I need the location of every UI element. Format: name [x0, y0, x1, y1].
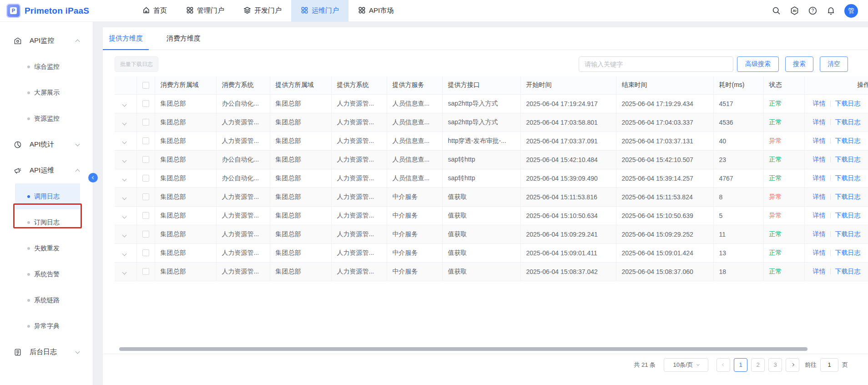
- sidebar-section-label: 后台日志: [30, 348, 57, 356]
- download-log-link[interactable]: 下载日志: [835, 249, 861, 256]
- row-expand-chevron-icon[interactable]: [122, 270, 127, 274]
- row-checkbox[interactable]: [142, 249, 149, 256]
- sidebar-item-失败重发[interactable]: 失败重发: [0, 235, 93, 261]
- row-expand-chevron-icon[interactable]: [122, 195, 127, 200]
- page-button-2[interactable]: 2: [751, 358, 765, 372]
- sidebar-item-label: 系统告警: [34, 270, 60, 279]
- download-log-link[interactable]: 下载日志: [835, 137, 861, 144]
- row-actions-cell: 详情下载日志: [804, 94, 868, 113]
- detail-link[interactable]: 详情: [813, 174, 826, 182]
- action-divider: [830, 138, 831, 144]
- detail-link[interactable]: 详情: [813, 100, 826, 107]
- detail-link[interactable]: 详情: [813, 268, 826, 275]
- row-checkbox[interactable]: [142, 193, 149, 200]
- row-expand-chevron-icon[interactable]: [122, 177, 127, 181]
- download-log-link[interactable]: 下载日志: [835, 174, 861, 182]
- download-log-link[interactable]: 下载日志: [835, 100, 861, 107]
- row-expand-chevron-icon[interactable]: [122, 102, 127, 106]
- row-checkbox[interactable]: [142, 175, 149, 182]
- row-expand-chevron-icon[interactable]: [122, 233, 127, 237]
- advanced-search-button[interactable]: 高级搜索: [737, 56, 779, 72]
- topnav-item-1[interactable]: 管理门户: [177, 0, 234, 22]
- download-log-link[interactable]: 下载日志: [835, 118, 861, 126]
- download-log-link[interactable]: 下载日志: [835, 212, 861, 219]
- pie-chart-icon: [14, 141, 22, 149]
- sidebar-collapse-button[interactable]: [88, 173, 98, 182]
- table-row: 集团总部办公自动化...集团总部人力资源管...人员信息查...sap2http…: [115, 94, 868, 113]
- sidebar: API监控综合监控大屏展示资源监控API统计API运维调用日志订阅日志失败重发系…: [0, 22, 93, 385]
- cell-provider_api: sap2http导入方式: [442, 94, 520, 113]
- download-log-link[interactable]: 下载日志: [835, 230, 861, 238]
- topnav-label: 管理门户: [197, 6, 224, 15]
- detail-link[interactable]: 详情: [813, 156, 826, 163]
- download-log-link[interactable]: 下载日志: [835, 193, 861, 200]
- tab-0[interactable]: 提供方维度: [103, 27, 149, 50]
- sidebar-section-2[interactable]: API运维: [0, 157, 93, 183]
- sidebar-item-label: 调用日志: [34, 192, 60, 201]
- row-expand-chevron-icon[interactable]: [122, 214, 127, 218]
- page-button-1[interactable]: 1: [734, 358, 747, 372]
- clear-button[interactable]: 清空: [820, 56, 848, 72]
- detail-link[interactable]: 详情: [813, 193, 826, 200]
- column-header-8: 耗时(ms): [713, 76, 763, 94]
- help-icon[interactable]: ?: [808, 6, 818, 15]
- sidebar-item-异常字典[interactable]: 异常字典: [0, 313, 93, 339]
- search-icon[interactable]: [772, 6, 781, 15]
- row-checkbox[interactable]: [142, 100, 149, 107]
- row-checkbox[interactable]: [142, 231, 149, 238]
- detail-link[interactable]: 详情: [813, 137, 826, 144]
- cell-end_time: 2025-06-04 15:11:53.824: [616, 187, 713, 206]
- sidebar-item-综合监控[interactable]: 综合监控: [0, 54, 93, 80]
- topnav-item-3[interactable]: 运维门户: [291, 0, 348, 22]
- search-button[interactable]: 搜索: [785, 56, 813, 72]
- goto-page-input[interactable]: [820, 358, 838, 372]
- row-expand-chevron-icon[interactable]: [122, 251, 127, 256]
- row-checkbox[interactable]: [142, 268, 149, 275]
- table-row: 集团总部办公自动化...集团总部人力资源管...人员信息查...sap转http…: [115, 169, 868, 187]
- detail-link[interactable]: 详情: [813, 249, 826, 256]
- sidebar-item-大屏展示[interactable]: 大屏展示: [0, 80, 93, 106]
- row-expand-chevron-icon[interactable]: [122, 121, 127, 125]
- sidebar-item-系统链路[interactable]: 系统链路: [0, 287, 93, 313]
- cell-end_time: 2025-06-04 15:09:01.424: [616, 243, 713, 262]
- sidebar-section-3[interactable]: 后台日志: [0, 339, 93, 365]
- cell-consumer_domain: 集团总部: [155, 187, 216, 206]
- row-checkbox[interactable]: [142, 212, 149, 219]
- user-avatar[interactable]: 管: [844, 4, 858, 18]
- table-row: 集团总部人力资源管...集团总部人力资源管...人员信息查...http穿透-发…: [115, 132, 868, 150]
- sidebar-item-资源监控[interactable]: 资源监控: [0, 106, 93, 132]
- sidebar-section-1[interactable]: API统计: [0, 132, 93, 157]
- sidebar-item-系统告警[interactable]: 系统告警: [0, 261, 93, 287]
- tab-1[interactable]: 消费方维度: [161, 27, 207, 50]
- row-expand-chevron-icon[interactable]: [122, 139, 127, 144]
- row-expand-cell: [115, 150, 136, 169]
- sidebar-item-订阅日志[interactable]: 订阅日志: [0, 209, 93, 235]
- sidebar-item-调用日志[interactable]: 调用日志: [15, 183, 80, 209]
- row-expand-chevron-icon[interactable]: [122, 158, 127, 162]
- select-all-checkbox[interactable]: [142, 82, 149, 89]
- batch-download-button[interactable]: 批量下载日志: [115, 56, 158, 72]
- detail-link[interactable]: 详情: [813, 118, 826, 126]
- horizontal-scrollbar[interactable]: [119, 347, 807, 351]
- row-actions-cell: 详情下载日志: [804, 225, 868, 243]
- download-log-link[interactable]: 下载日志: [835, 156, 861, 163]
- page-size-select[interactable]: 10条/页: [664, 358, 708, 372]
- detail-link[interactable]: 详情: [813, 212, 826, 219]
- page-button-3[interactable]: 3: [768, 358, 782, 372]
- topnav-item-0[interactable]: 首页: [133, 0, 177, 22]
- row-checkbox[interactable]: [142, 137, 149, 144]
- topnav-item-4[interactable]: API市场: [348, 0, 403, 22]
- sidebar-section-0[interactable]: API监控: [0, 28, 93, 54]
- detail-link[interactable]: 详情: [813, 230, 826, 238]
- cell-start_time: 2025-06-04 17:03:37.091: [520, 132, 616, 150]
- topnav-item-2[interactable]: 开发门户: [234, 0, 291, 22]
- row-checkbox[interactable]: [142, 156, 149, 163]
- notification-bell-icon[interactable]: [826, 6, 836, 15]
- keyword-input[interactable]: [579, 56, 733, 72]
- prev-page-button[interactable]: [717, 358, 730, 372]
- download-log-link[interactable]: 下载日志: [835, 268, 861, 275]
- row-actions-cell: 详情下载日志: [804, 262, 868, 281]
- row-checkbox[interactable]: [142, 119, 149, 126]
- ai-assistant-icon[interactable]: AI: [790, 6, 799, 15]
- next-page-button[interactable]: [786, 358, 799, 372]
